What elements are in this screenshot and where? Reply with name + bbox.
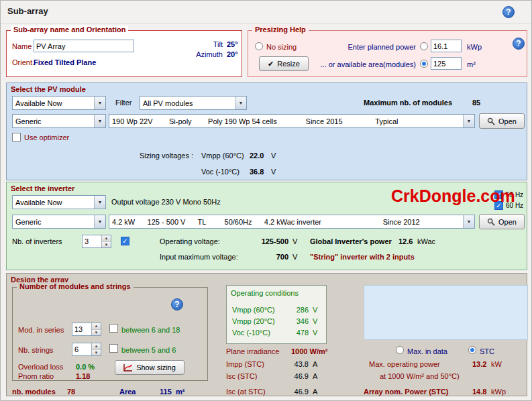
module-filter-select[interactable]: All PV modules ▼ [140, 96, 247, 110]
spinner-up-icon[interactable]: ▲ [92, 343, 101, 350]
use-optimizer-checkbox[interactable] [12, 133, 21, 141]
vmpp-value: 22.0 [250, 152, 264, 160]
nb-strings-range-checkbox[interactable] [109, 344, 118, 353]
mod-series-input[interactable] [72, 323, 91, 335]
no-sizing-label: No sizing [266, 43, 297, 51]
chevron-down-icon: ▼ [463, 115, 474, 127]
available-area-radio[interactable] [420, 60, 428, 68]
impp-value: 43.8 [285, 360, 309, 368]
area-unit: m² [176, 388, 184, 396]
resize-button-label: Resize [277, 60, 300, 68]
string-inverter-note: "String" inverter with 2 inputs [310, 253, 415, 261]
nb-strings-label: Nb. strings [18, 346, 54, 354]
mod-series-range-checkbox[interactable] [109, 324, 118, 333]
max-power-condition: at 1000 W/m² and 50°C) [380, 372, 460, 380]
chevron-down-icon: ▼ [463, 215, 474, 228]
module-availability-value: Available Now [13, 99, 94, 107]
operating-conditions-box: Operating conditions Vmpp (60°C) 286 V V… [226, 285, 327, 344]
oc-row-unit: V [313, 329, 317, 337]
module-model-select[interactable]: 190 Wp 22V Si-poly Poly 190 Wp 54 cells … [109, 114, 475, 128]
header-divider [1, 23, 532, 24]
open-inverter-button[interactable]: Open [479, 214, 525, 229]
open-module-button[interactable]: Open [479, 113, 525, 129]
search-icon [487, 218, 495, 226]
impp-label: Impp (STC) [226, 360, 264, 368]
spinner-down-icon[interactable]: ▼ [92, 350, 101, 356]
nb-strings-hint: between 5 and 6 [121, 346, 176, 354]
nb-inverters-label: Nb. of inverters [12, 237, 62, 245]
inverter-count-input[interactable] [83, 235, 101, 247]
vmpp-unit: V [271, 152, 276, 160]
watermark: CrkDongle.com [391, 186, 515, 206]
module-manufacturer-value: Generic [13, 117, 94, 125]
group-help-icon[interactable]: ? [171, 298, 183, 310]
inverter-manufacturer-select[interactable]: Generic ▼ [12, 215, 106, 229]
global-power-value: 12.6 [398, 237, 413, 245]
area-label: Area [119, 388, 136, 396]
available-area-input[interactable] [431, 57, 462, 70]
spinner-up-icon[interactable]: ▲ [92, 323, 101, 330]
max-in-data-radio[interactable] [396, 346, 404, 354]
spinner-down-icon[interactable]: ▼ [92, 330, 101, 336]
azimuth-label: Azimuth [181, 50, 223, 58]
impp-unit: A [313, 360, 317, 368]
oc-row-label: Vmpp (60°C) [232, 306, 275, 314]
orient-label: Orient. [12, 58, 34, 66]
planned-power-input[interactable] [431, 40, 462, 52]
design-section: Design the array Number of modules and s… [6, 273, 527, 396]
subarray-window: Sub-array ? Sub-array name and Orientati… [0, 0, 532, 401]
inverter-section: Select the inverter Available Now ▼ Outp… [6, 182, 527, 270]
help-icon[interactable]: ? [502, 6, 515, 18]
module-availability-select[interactable]: Available Now ▼ [12, 96, 106, 110]
tilt-label: Tilt [181, 40, 223, 48]
name-label: Name [12, 42, 32, 50]
planned-power-radio[interactable] [420, 42, 428, 50]
module-manufacturer-select[interactable]: Generic ▼ [12, 114, 106, 128]
inverter-availability-select[interactable]: Available Now ▼ [12, 195, 106, 209]
resize-button[interactable]: ✔ Resize [259, 56, 309, 71]
overload-loss-label: Overload loss [18, 363, 63, 371]
global-power-unit: kWac [417, 237, 435, 245]
page-title: Sub-array [7, 6, 48, 16]
isc-label: Isc (STC) [226, 372, 257, 380]
spinner-down-icon[interactable]: ▼ [102, 242, 111, 248]
stc-radio[interactable] [468, 346, 476, 354]
oc-row-label: Voc (-10°C) [232, 329, 270, 337]
inverter-model-select[interactable]: 4.2 kW 125 - 500 V TL 50/60Hz 4.2 kWac i… [109, 215, 475, 229]
max-in-data-label: Max. in data [407, 347, 447, 355]
presizing-help-icon[interactable]: ? [513, 38, 525, 50]
array-nom-power-value: 14.8 [472, 388, 486, 396]
orientation-section: Sub-array name and Orientation Name Tilt… [6, 30, 242, 77]
show-sizing-button[interactable]: Show sizing [115, 360, 184, 375]
isc-at-stc-value: 46.9 [285, 388, 309, 396]
max-operating-power-value: 13.2 [472, 360, 486, 368]
planned-power-unit: kWp [467, 43, 482, 51]
input-max-voltage-value: 700 [255, 253, 288, 261]
check-icon: ✔ [268, 60, 274, 68]
no-sizing-radio[interactable] [255, 42, 263, 50]
mod-series-spinner[interactable]: ▲ ▼ [72, 323, 101, 336]
inverter-model-value: 4.2 kW 125 - 500 V TL 50/60Hz 4.2 kWac i… [109, 218, 463, 226]
plane-irradiance-value: 1000 W/m² [291, 347, 327, 355]
spinner-up-icon[interactable]: ▲ [102, 235, 111, 242]
tilt-value: 25° [227, 40, 238, 48]
chevron-down-icon: ▼ [94, 215, 105, 228]
subarray-name-input[interactable] [34, 40, 134, 52]
orientation-legend: Sub-array name and Orientation [11, 25, 128, 34]
pnom-ratio-label: Pnom ratio [18, 372, 54, 380]
operating-voltage-unit: V [292, 237, 297, 245]
inverter-count-spinner[interactable]: ▲ ▼ [82, 235, 111, 248]
inverter-count-checkbox[interactable]: ✓ [121, 237, 129, 245]
chevron-down-icon: ▼ [94, 115, 105, 127]
vmpp-label: Vmpp (60°C) [201, 152, 244, 160]
module-model-value: 190 Wp 22V Si-poly Poly 190 Wp 54 cells … [109, 117, 463, 125]
max-operating-power-label: Max. operating power [369, 360, 440, 368]
nb-strings-spinner[interactable]: ▲ ▼ [72, 343, 101, 356]
planned-power-label: Enter planned power [325, 43, 416, 51]
nb-strings-input[interactable] [72, 343, 91, 355]
nb-modules-label: nb. modules [12, 388, 56, 396]
stc-label: STC [480, 347, 494, 355]
oc-row-label: Vmpp (20°C) [232, 317, 275, 325]
inverter-manufacturer-value: Generic [13, 218, 94, 226]
nb-modules-value: 78 [67, 388, 75, 396]
